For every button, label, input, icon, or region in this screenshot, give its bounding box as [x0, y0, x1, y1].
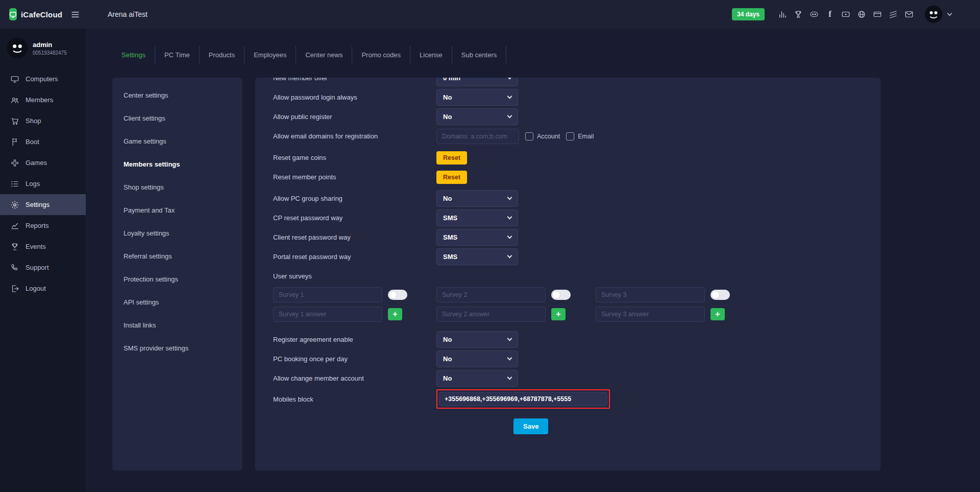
user-avatar[interactable] — [925, 6, 942, 23]
cp-reset-password-select[interactable]: SMS — [436, 209, 518, 226]
survey-2-answer-input[interactable] — [436, 307, 546, 322]
avatar — [7, 38, 28, 58]
facebook-icon[interactable]: f — [825, 9, 835, 19]
settings-content: Center settings Client settings Game set… — [112, 78, 980, 471]
field-label: User surveys — [273, 272, 436, 280]
sidebar-item-logout[interactable]: Logout — [0, 278, 86, 299]
sidebar-item-logs[interactable]: Logs — [0, 173, 86, 194]
tab-sub-centers[interactable]: Sub centers — [452, 46, 506, 64]
discord-icon[interactable] — [809, 9, 819, 19]
pc-booking-select[interactable]: No — [436, 350, 518, 367]
portal-reset-password-select[interactable]: SMS — [436, 248, 518, 265]
save-button[interactable]: Save — [513, 418, 548, 434]
form-row-user-surveys: User surveys — [273, 268, 865, 285]
settings-nav-referral-settings[interactable]: Referral settings — [112, 245, 242, 268]
trophy-icon[interactable] — [793, 9, 803, 19]
pc-group-sharing-select[interactable]: No — [436, 190, 518, 207]
settings-nav-loyalty-settings[interactable]: Loyalty settings — [112, 222, 242, 245]
tab-promo-codes[interactable]: Promo codes — [352, 46, 410, 64]
allow-public-register-select[interactable]: No — [436, 108, 518, 125]
sidebar-item-computers[interactable]: Computers — [0, 68, 86, 89]
settings-nav-center-settings[interactable]: Center settings — [112, 84, 242, 107]
sidebar-item-boot[interactable]: Boot — [0, 131, 86, 152]
survey-2-toggle[interactable] — [551, 290, 571, 300]
sidebar-item-support[interactable]: Support — [0, 257, 86, 278]
field-label: PC booking once per day — [273, 355, 436, 363]
survey-2-add-button[interactable]: + — [551, 308, 566, 320]
form-row-portal-reset-password: Portal reset password way SMS — [273, 248, 865, 265]
survey-1-add-button[interactable]: + — [388, 308, 402, 320]
reset-game-coins-button[interactable]: Reset — [436, 151, 467, 165]
change-member-account-select[interactable]: No — [436, 370, 518, 387]
globe-icon[interactable] — [856, 9, 867, 19]
survey-1-input[interactable] — [273, 287, 382, 302]
tab-settings[interactable]: Settings — [112, 46, 155, 64]
email-checkbox[interactable] — [566, 132, 574, 140]
user-id: 005193482475 — [33, 50, 67, 56]
brand[interactable]: iCafeCloud — [0, 8, 62, 20]
settings-nav-protection-settings[interactable]: Protection settings — [112, 268, 242, 291]
allow-password-login-select[interactable]: No — [436, 89, 518, 106]
survey-3-answer-input[interactable] — [596, 307, 705, 322]
settings-nav-api-settings[interactable]: API settings — [112, 291, 242, 314]
settings-nav-client-settings[interactable]: Client settings — [112, 107, 242, 130]
chevron-down-icon[interactable] — [947, 11, 952, 16]
client-reset-password-select[interactable]: SMS — [436, 229, 518, 246]
panels-icon[interactable] — [888, 9, 898, 19]
survey-1-toggle[interactable] — [388, 290, 407, 300]
tab-license[interactable]: License — [410, 46, 452, 64]
select-value: No — [443, 93, 452, 101]
survey-3-add-button[interactable]: + — [710, 308, 725, 320]
settings-nav-shop-settings[interactable]: Shop settings — [112, 176, 242, 199]
settings-nav-members-settings[interactable]: Members settings — [112, 153, 242, 176]
menu-toggle-icon[interactable] — [70, 10, 80, 19]
field-label: Register agreement enable — [273, 336, 436, 343]
settings-nav-game-settings[interactable]: Game settings — [112, 130, 242, 153]
phone-icon — [10, 263, 19, 272]
settings-nav-sms-provider-settings[interactable]: SMS provider settings — [112, 337, 242, 360]
register-agreement-select[interactable]: No — [436, 331, 518, 348]
survey-3-input[interactable] — [596, 287, 705, 302]
gear-icon — [10, 200, 19, 209]
card-icon[interactable] — [872, 9, 883, 19]
app-shell: admin 005193482475 Computers Members Sho… — [0, 29, 980, 492]
sidebar-item-settings[interactable]: Settings — [0, 194, 86, 215]
survey-3-toggle[interactable] — [710, 290, 730, 300]
chevron-down-icon — [507, 356, 512, 361]
survey-2-input[interactable] — [436, 287, 546, 302]
chevron-down-icon — [507, 253, 512, 259]
email-domains-input[interactable] — [436, 129, 519, 144]
sidebar-item-shop[interactable]: Shop — [0, 110, 86, 131]
sidebar-item-reports[interactable]: Reports — [0, 215, 86, 236]
field-label: Portal reset password way — [273, 253, 436, 261]
sidebar-item-games[interactable]: Games — [0, 152, 86, 173]
sidebar-item-members[interactable]: Members — [0, 89, 86, 110]
tab-pc-time[interactable]: PC Time — [155, 46, 200, 64]
field-label: Allow password login always — [273, 93, 436, 101]
reset-member-points-button[interactable]: Reset — [436, 171, 467, 184]
mobiles-block-input[interactable] — [439, 392, 607, 406]
settings-nav-panel: Center settings Client settings Game set… — [112, 78, 242, 471]
chart-icon — [10, 221, 19, 230]
survey-2-group — [436, 287, 596, 302]
sidebar-item-label: Settings — [26, 201, 50, 208]
sidebar-item-events[interactable]: Events — [0, 236, 86, 257]
days-badge[interactable]: 34 days — [732, 8, 765, 20]
tab-products[interactable]: Products — [200, 46, 244, 64]
select-value: No — [443, 336, 452, 343]
new-member-offer-select[interactable]: 0 min — [436, 78, 518, 86]
field-label: Allow public register — [273, 113, 436, 121]
highlight-box — [436, 389, 610, 409]
sidebar-item-label: Logout — [26, 285, 46, 292]
settings-nav-payment-and-tax[interactable]: Payment and Tax — [112, 199, 242, 222]
survey-1-answer-input[interactable] — [273, 307, 382, 322]
field-label: Reset game coins — [273, 154, 436, 161]
tab-employees[interactable]: Employees — [244, 46, 296, 64]
mail-icon[interactable] — [904, 9, 914, 19]
stats-icon[interactable] — [777, 9, 788, 19]
tab-center-news[interactable]: Center news — [296, 46, 352, 64]
settings-nav-install-links[interactable]: Install links — [112, 314, 242, 337]
account-checkbox[interactable] — [525, 132, 533, 140]
trophy-icon — [10, 242, 19, 251]
youtube-icon[interactable] — [841, 9, 851, 19]
